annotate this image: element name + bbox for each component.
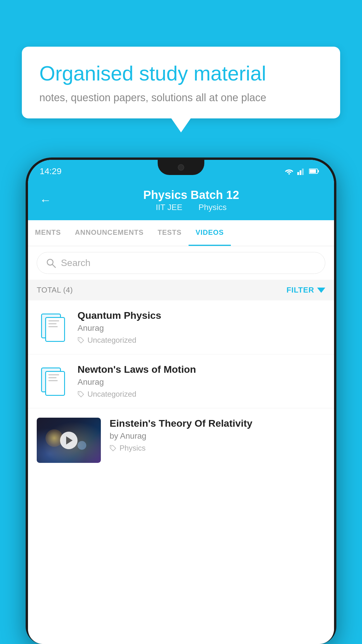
tag-icon-2 [78,391,85,398]
bubble-title: Organised study material [39,61,323,86]
video-author-2: Anurag [78,377,325,387]
video-title-2: Newton's Laws of Motion [78,364,325,375]
play-button[interactable] [60,432,78,449]
video-tag-1: Uncategorized [78,336,325,345]
svg-point-0 [289,173,290,175]
list-item[interactable]: Quantum Physics Anurag Uncategorized [28,300,334,354]
phone-notch [158,160,204,175]
play-icon [66,436,73,444]
tag-label-3: Physics [120,444,146,453]
tag-label-1: Uncategorized [87,336,136,345]
bubble-subtitle: notes, question papers, solutions all at… [39,92,323,104]
svg-rect-6 [310,169,316,173]
list-item[interactable]: Newton's Laws of Motion Anurag Uncategor… [28,354,334,408]
file-icon-2 [41,368,64,395]
svg-point-11 [111,446,112,447]
search-placeholder: Search [61,258,90,268]
svg-rect-2 [300,170,301,175]
video-author-1: Anurag [78,323,325,333]
tag-icon-3 [110,445,117,452]
total-count: TOTAL (4) [37,286,73,295]
list-item[interactable]: Einstein's Theory Of Relativity by Anura… [28,408,334,472]
filter-button[interactable]: FILTER [287,286,325,295]
status-icons [284,167,319,175]
svg-line-8 [52,264,55,267]
header-subtitle: IIT JEE Physics [60,203,322,212]
svg-point-9 [79,338,80,339]
video-thumb-1 [37,311,69,343]
speech-bubble: Organised study material notes, question… [22,47,340,118]
tab-tests[interactable]: TESTS [151,220,189,246]
tab-videos[interactable]: VIDEOS [189,220,231,246]
search-container: Search [28,246,334,280]
video-list: Quantum Physics Anurag Uncategorized [28,300,334,644]
status-time: 14:29 [40,166,61,176]
header-subtitle-part1: IIT JEE [156,203,182,212]
battery-icon [309,168,319,174]
svg-rect-1 [297,172,299,175]
file-icon [41,314,64,341]
video-info-2: Newton's Laws of Motion Anurag Uncategor… [78,364,325,399]
filter-icon [317,288,325,293]
search-bar[interactable]: Search [37,252,325,274]
filter-label: FILTER [287,286,314,295]
tag-label-2: Uncategorized [87,390,136,399]
camera-dot [178,164,184,171]
header-subtitle-separator [189,203,194,212]
tab-ments[interactable]: MENTS [28,220,68,246]
wifi-icon [284,168,294,175]
svg-rect-3 [302,169,304,175]
svg-point-10 [79,392,80,393]
tab-announcements[interactable]: ANNOUNCEMENTS [68,220,151,246]
video-author-3: by Anurag [110,431,325,441]
video-tag-3: Physics [110,444,325,453]
filter-row: TOTAL (4) FILTER [28,280,334,300]
app-header: ← Physics Batch 12 IIT JEE Physics [28,183,334,220]
video-thumb-2 [37,365,69,397]
header-title: Physics Batch 12 [60,188,322,202]
video-thumbnail-3 [37,418,101,463]
phone-inner: 14:29 [28,160,334,644]
back-button[interactable]: ← [40,194,51,207]
search-icon [46,258,56,268]
header-subtitle-part2: Physics [198,203,226,212]
video-title-1: Quantum Physics [78,310,325,321]
tabs-bar: MENTS ANNOUNCEMENTS TESTS VIDEOS [28,220,334,246]
signal-icon [297,167,305,175]
phone-frame: 14:29 [26,158,336,644]
video-title-3: Einstein's Theory Of Relativity [110,418,325,429]
tag-icon [78,337,85,344]
video-info-1: Quantum Physics Anurag Uncategorized [78,310,325,345]
svg-rect-5 [318,170,319,172]
video-info-3: Einstein's Theory Of Relativity by Anura… [110,418,325,453]
header-text: Physics Batch 12 IIT JEE Physics [60,188,322,212]
video-tag-2: Uncategorized [78,390,325,399]
